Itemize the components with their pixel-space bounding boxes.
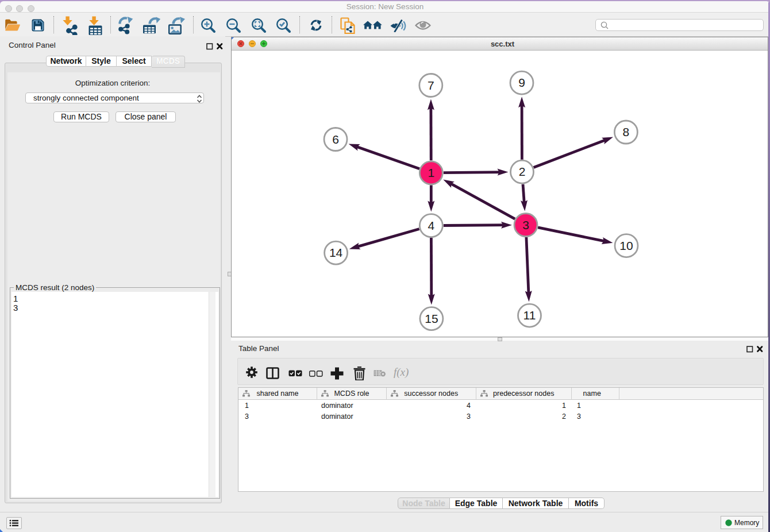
svg-text:4: 4 — [428, 219, 434, 232]
svg-text:15: 15 — [425, 312, 438, 325]
svg-text:11: 11 — [523, 309, 536, 322]
svg-text:14: 14 — [329, 246, 343, 259]
svg-text:2: 2 — [519, 165, 526, 178]
svg-text:7: 7 — [428, 79, 434, 92]
svg-text:3: 3 — [522, 218, 529, 232]
svg-text:8: 8 — [623, 125, 630, 138]
svg-text:10: 10 — [619, 239, 633, 252]
svg-text:6: 6 — [332, 133, 339, 146]
svg-text:1: 1 — [428, 166, 434, 179]
svg-text:9: 9 — [518, 76, 525, 89]
